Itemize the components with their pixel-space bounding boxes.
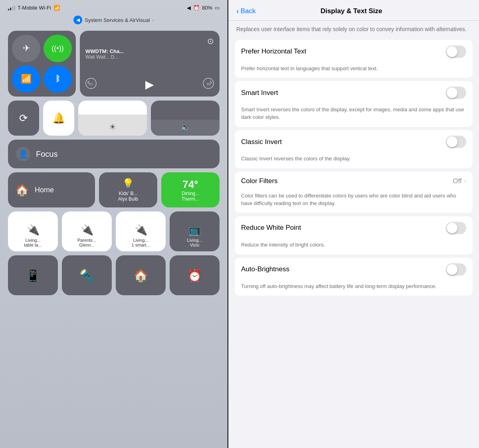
- smart-invert-card: Smart Invert Smart Invert reverses the c…: [235, 81, 473, 127]
- brightness-icon: ☀: [109, 122, 116, 132]
- battery-icon: ▭: [215, 5, 220, 11]
- color-filters-right: Off ›: [453, 177, 466, 185]
- classic-invert-desc: Classic Invert reverses the colors of th…: [235, 154, 473, 168]
- home-button[interactable]: 🏠 Home: [8, 172, 95, 207]
- auto-brightness-desc: Turning off auto-brightness may affect b…: [235, 281, 473, 296]
- skip-back-button[interactable]: 15: [85, 78, 97, 91]
- color-filters-value: Off: [453, 177, 461, 185]
- alarm-icon: ⏰: [193, 5, 200, 11]
- thermostat-card[interactable]: 74° Dining... Therm...: [161, 172, 220, 207]
- wifi-button[interactable]: 📶: [12, 65, 40, 93]
- media-subtitle: Wait Wait... D...: [85, 54, 214, 60]
- airplane-mode-button[interactable]: ✈: [12, 35, 40, 62]
- smart-invert-row: Smart Invert: [235, 81, 473, 105]
- auto-brightness-thumb: [447, 264, 457, 275]
- bulb-name: Kids' B...: [119, 191, 138, 196]
- home-app-button[interactable]: 🏠: [116, 255, 166, 295]
- prefer-horizontal-toggle[interactable]: [446, 45, 466, 58]
- classic-invert-thumb: [447, 136, 457, 147]
- outlet-name-4: Living...: [187, 238, 202, 243]
- auto-brightness-toggle[interactable]: [446, 263, 466, 276]
- media-card: ⊙ WWDTM: Cha... Wait Wait... D... 15 ▶: [80, 31, 220, 97]
- airplane-icon: ✈: [23, 43, 30, 53]
- status-right: ◀ ⏰ 80% ▭: [187, 5, 220, 11]
- auto-brightness-label: Auto-Brightness: [241, 265, 289, 273]
- remote-icon: 📱: [26, 268, 40, 282]
- media-controls: 15 ▶ 30: [85, 78, 214, 91]
- classic-invert-row: Classic Invert: [235, 130, 473, 154]
- back-label: Back: [241, 7, 256, 15]
- back-chevron-icon: ‹: [236, 6, 239, 16]
- outlet-card-2[interactable]: 🔌 Parents... Glenn...: [62, 211, 112, 251]
- mute-button[interactable]: 🔔: [43, 101, 74, 136]
- classic-invert-card: Classic Invert Classic Invert reverses t…: [235, 130, 473, 168]
- prefer-horizontal-row: Prefer Horizontal Text: [235, 40, 473, 63]
- settings-panel: ‹ Back Display & Text Size Replaces user…: [228, 0, 479, 448]
- back-button[interactable]: ‹ Back: [236, 6, 255, 16]
- prefer-horizontal-thumb: [447, 46, 457, 57]
- outlet-icon-4: 📺: [188, 224, 201, 236]
- airplay-icon[interactable]: ⊙: [207, 36, 214, 46]
- bluetooth-button[interactable]: ᛒ: [44, 65, 72, 93]
- reduce-white-point-label: Reduce White Point: [241, 224, 301, 232]
- system-services-row[interactable]: ◀ System Services & AirVisual ›: [0, 14, 228, 28]
- outlet-card-4[interactable]: 📺 Living... Vizio: [170, 211, 220, 251]
- settings-content: Replaces user interface items that rely …: [228, 21, 479, 448]
- outlet-name-1: Living...: [26, 238, 41, 243]
- home-icon: 🏠: [15, 184, 29, 197]
- bottom-apps-row: 📱 🔦 🏠 ⏰: [8, 255, 220, 295]
- outlet-card-1[interactable]: 🔌 Living... table la...: [8, 211, 58, 251]
- brightness-slider[interactable]: ☀: [78, 101, 147, 136]
- battery-pct: 80%: [202, 5, 212, 11]
- reduce-white-point-thumb: [447, 223, 457, 233]
- status-bar: T-Mobile Wi-Fi 📶 ◀ ⏰ 80% ▭: [0, 0, 228, 14]
- smart-invert-label: Smart Invert: [241, 89, 278, 97]
- location-icon-blue: ◀: [73, 16, 82, 24]
- signal-bar-2: [10, 8, 11, 10]
- outlets-row: 🔌 Living... table la... 🔌 Parents... Gle…: [8, 211, 220, 251]
- focus-person-icon: 👤: [16, 147, 30, 161]
- reduce-white-point-desc: Reduce the intensity of bright colors.: [235, 240, 473, 255]
- signal-bar-3: [12, 6, 13, 10]
- outlet-name-3: Living...: [133, 238, 148, 243]
- thermo-name: Dining...: [182, 191, 199, 196]
- prefer-horizontal-desc: Prefer horizontal text in languages that…: [235, 63, 473, 78]
- status-left: T-Mobile Wi-Fi 📶: [8, 5, 60, 11]
- reduce-white-point-toggle[interactable]: [446, 222, 466, 234]
- color-filters-row[interactable]: Color Filters Off ›: [235, 172, 473, 191]
- cellular-button[interactable]: ((•)): [44, 35, 72, 62]
- clock-app-button[interactable]: ⏰: [170, 255, 220, 295]
- system-row-text: System Services & AirVisual: [85, 17, 150, 23]
- smart-invert-toggle[interactable]: [446, 87, 466, 99]
- outlet-sub-3: 1 smart...: [132, 243, 150, 247]
- svg-text:30: 30: [206, 82, 210, 86]
- skip-forward-button[interactable]: 30: [203, 78, 214, 91]
- controls-area: ✈ ((•)) 📶 ᛒ ⊙ WWDTM: Cha... Wait Wait...…: [0, 28, 228, 298]
- lock-icon: ⟳: [19, 112, 28, 124]
- outlet-icon-2: 🔌: [81, 224, 93, 236]
- classic-invert-toggle[interactable]: [446, 136, 466, 148]
- location-icon: ◀: [187, 5, 191, 11]
- bulb-card[interactable]: 💡 Kids' B... Alyx Bulb: [99, 172, 157, 207]
- outlet-sub-1: table la...: [24, 243, 42, 247]
- play-button[interactable]: ▶: [145, 78, 154, 91]
- color-filters-desc: Color filters can be used to differentia…: [235, 191, 473, 213]
- outlet-icon-1: 🔌: [27, 224, 40, 236]
- screen-lock-button[interactable]: ⟳: [8, 101, 39, 136]
- remote-app-button[interactable]: 📱: [8, 255, 58, 295]
- color-filters-label: Color Filters: [241, 177, 278, 185]
- outlet-card-3[interactable]: 🔌 Living... 1 smart...: [116, 211, 166, 251]
- outlet-icon-3: 🔌: [135, 224, 147, 236]
- volume-slider[interactable]: 🔈: [151, 101, 220, 136]
- flashlight-button[interactable]: 🔦: [62, 255, 112, 295]
- home-app-icon: 🏠: [133, 268, 148, 282]
- settings-header: ‹ Back Display & Text Size: [228, 0, 479, 21]
- volume-icon: 🔈: [180, 122, 190, 132]
- focus-card[interactable]: 👤 Focus: [8, 140, 220, 168]
- cellular-icon: ((•)): [51, 44, 63, 53]
- wifi-btn-icon: 📶: [21, 74, 32, 84]
- reduce-white-point-row: Reduce White Point: [235, 216, 473, 240]
- classic-invert-label: Classic Invert: [241, 138, 282, 146]
- home-controls-row: 🏠 Home 💡 Kids' B... Alyx Bulb 74° Dining…: [8, 172, 220, 207]
- signal-bars: [8, 6, 15, 10]
